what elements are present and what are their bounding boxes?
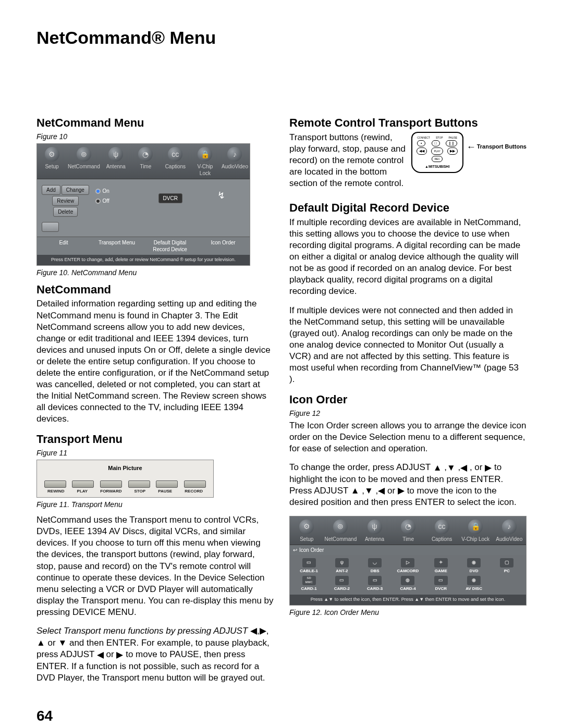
- av-icon: ♪: [502, 520, 517, 534]
- io-ant-label: Antenna: [365, 536, 384, 542]
- default-paragraph-2: If multiple devices were not connected a…: [289, 305, 527, 386]
- remote-outline: CONNECT STOP PAUSE • □ ❙❙ ◀◀ PLAY ▶▶: [411, 132, 463, 174]
- up-triangle-icon-r: ▲: [433, 462, 442, 474]
- netcommand-icon: ⊚: [333, 520, 348, 534]
- tab-vchip: 🔒V-Chip Lock: [190, 144, 220, 179]
- right-triangle-icon: ▶: [260, 625, 266, 637]
- tab-setup: ⚙Setup: [37, 144, 67, 179]
- transport-paragraph-1: NetCommand uses the Transport menu to co…: [36, 514, 274, 618]
- tp2-part-a: Select Transport menu functions by press…: [36, 626, 250, 636]
- add-button: Add: [42, 185, 60, 195]
- captions-icon: cc: [168, 147, 182, 162]
- default-paragraph-1: If multiple recording devices are availa…: [289, 217, 527, 298]
- off-label: Off: [103, 198, 109, 204]
- tab-time-label: Time: [140, 164, 151, 169]
- io-part-a: To change the order, press ADJUST: [289, 462, 433, 472]
- icon-order-screenshot: ⚙Setup ⊚NetCommand ψAntenna ◔Time ccCapt…: [289, 516, 527, 606]
- io-tab-time: ◔Time: [391, 516, 425, 545]
- right-triangle-icon-r: ▶: [485, 462, 492, 474]
- nc-body: AddChange ReviewDelete On Off DVCR ↯: [37, 179, 250, 237]
- io-vchip-label: V-Chip Lock: [461, 536, 489, 542]
- icon-cable-1: ▭CABLE-1: [293, 558, 325, 574]
- camcorder-icon: ▷: [401, 558, 414, 567]
- pause-label: PAUSE: [158, 489, 172, 494]
- tab-netcommand-label: NetCommand: [68, 164, 100, 169]
- clock-icon: ◔: [401, 520, 415, 534]
- io-tab-row: ⚙Setup ⊚NetCommand ψAntenna ◔Time ccCapt…: [290, 516, 526, 545]
- right-column: Remote Control Transport Buttons Transpo…: [289, 112, 527, 691]
- page-title: NetCommand® Menu: [36, 26, 527, 49]
- down-triangle-icon: ▼: [58, 637, 67, 649]
- captions-icon: cc: [435, 520, 449, 534]
- lock-icon: 🔒: [468, 520, 483, 534]
- icon-game: ✦GAME: [425, 558, 457, 574]
- io-hint-bar: Press ▲▼ to select the icon, then ENTER.…: [290, 595, 526, 605]
- netcommand-icon: ⊚: [77, 147, 91, 162]
- nc-record-col: DVCR: [145, 182, 196, 235]
- figure-11-label: Figure 11: [36, 448, 274, 458]
- heading-remote-buttons: Remote Control Transport Buttons: [289, 116, 527, 131]
- change-button: Change: [62, 185, 89, 195]
- stop-label: STOP: [134, 489, 146, 494]
- stop-btn: □: [432, 140, 440, 146]
- play-btn: PLAY: [431, 147, 443, 155]
- forward-label: FORWARD: [100, 489, 121, 494]
- record-button: [184, 480, 206, 488]
- dvcr-button: DVCR: [158, 193, 182, 203]
- card-icon-4: ◍: [401, 576, 414, 585]
- device-icon-grid: ▭CABLE-1 ψANT-2 ◡DBS ▷CAMCORD ✦GAME ◉DVD…: [290, 555, 526, 595]
- nc-edit-col: AddChange ReviewDelete: [40, 182, 91, 235]
- io-cap-label: Captions: [432, 536, 452, 542]
- pause-btn: ❙❙: [446, 140, 457, 146]
- tab-captions-label: Captions: [165, 164, 186, 169]
- left-triangle-icon: ◀: [250, 625, 257, 637]
- antenna-icon-2: ψ: [335, 558, 349, 567]
- dvd-icon: ◉: [467, 558, 481, 567]
- card-icon: ▭: [335, 576, 349, 585]
- mitsubishi-brand: ▲MITSUBISHI: [414, 164, 460, 169]
- up-triangle-icon: ▲: [36, 637, 45, 649]
- icon-avdisc: ◉AV DISC: [458, 576, 489, 591]
- play-button: [72, 480, 94, 488]
- tab-setup-label: Setup: [45, 164, 58, 169]
- record-label: RECORD: [185, 489, 203, 494]
- nc-icon-order-col: ↯: [196, 182, 247, 235]
- connect-label: CONNECT: [417, 136, 430, 140]
- setup-icon: ⚙: [299, 520, 314, 534]
- icon-card-1: SDMMCCARD-1: [293, 576, 325, 591]
- two-column-layout: NetCommand Menu Figure 10 ⚙Setup ⊚NetCom…: [36, 112, 527, 691]
- nc-tab-row: ⚙Setup ⊚NetCommand ψAntenna ◔Time ccCapt…: [37, 144, 250, 179]
- play-label: PLAY: [77, 489, 88, 494]
- io-tab-captions: ccCaptions: [425, 516, 459, 545]
- remote-paragraph: Transport buttons (rewind, play forward,…: [289, 132, 407, 189]
- io-tab-vchip: 🔒V-Chip Lock: [459, 516, 493, 545]
- netcommand-menu-screenshot: ⚙Setup ⊚NetCommand ψAntenna ◔Time ccCapt…: [36, 143, 250, 266]
- icon-card-3: ▭CARD-3: [359, 576, 391, 591]
- avdisc-icon: ◉: [467, 576, 481, 585]
- transport-screenshot: Main Picture REWIND PLAY FORWARD STOP PA…: [36, 460, 214, 498]
- right-triangle-icon-2: ▶: [116, 649, 123, 661]
- tab-captions: ccCaptions: [161, 144, 190, 179]
- transport-buttons-callout: Transport Buttons: [477, 143, 527, 150]
- netcommand-paragraph: Detailed information regarding setting u…: [36, 298, 274, 425]
- tab-netcommand: ⊚NetCommand: [67, 144, 101, 179]
- icon-order-label: Icon Order: [197, 237, 250, 255]
- rewind-button: [44, 480, 66, 488]
- heading-default-record: Default Digital Record Device: [289, 201, 527, 216]
- tab-time: ◔Time: [131, 144, 161, 179]
- io-tab-antenna: ψAntenna: [358, 516, 391, 545]
- heading-netcommand-menu: NetCommand Menu: [36, 116, 274, 131]
- stop-button: [128, 480, 150, 488]
- left-triangle-icon-r: ◀: [460, 462, 467, 474]
- figure-12-label: Figure 12: [289, 409, 527, 418]
- io-subheader-text: Icon Order: [299, 547, 324, 553]
- tab-audiovideo: ♪AudioVideo: [220, 144, 250, 179]
- card-icon-3: ▭: [368, 576, 382, 585]
- figure-10-caption: Figure 10. NetCommand Menu: [36, 268, 274, 277]
- icon-ant-2: ψANT-2: [326, 558, 358, 574]
- rew-btn: ◀◀: [417, 147, 427, 155]
- clock-icon: ◔: [138, 147, 153, 162]
- icon-card-4: ◍CARD-4: [392, 576, 424, 591]
- figure-12-caption: Figure 12. Icon Order Menu: [289, 608, 527, 617]
- heading-netcommand: NetCommand: [36, 282, 274, 298]
